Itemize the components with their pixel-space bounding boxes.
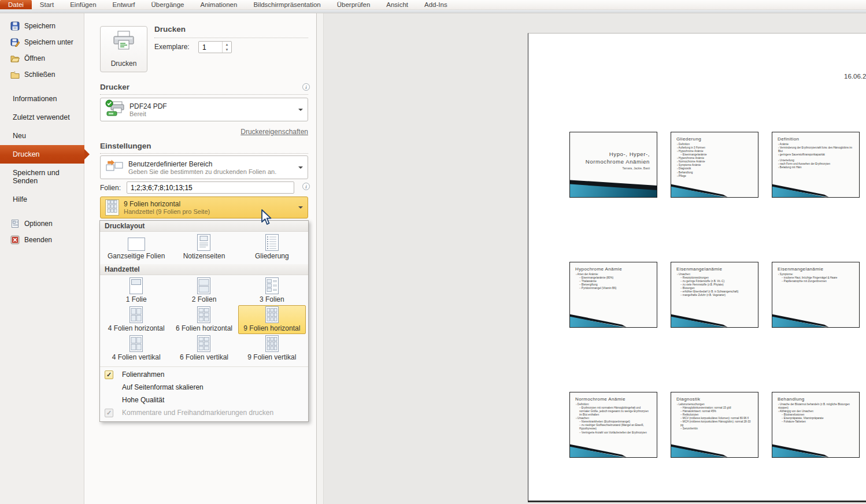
g6-layout-icon — [197, 335, 210, 352]
tab-bildschirmpr-sentation[interactable]: Bildschirmpräsentation — [245, 0, 328, 9]
slide-title: Definition — [778, 136, 854, 142]
sidebar-item-speichern[interactable]: Speichern — [0, 18, 84, 34]
layout-option-notizenseiten[interactable]: Notizenseiten — [170, 233, 238, 262]
print-layout-select[interactable]: 9 Folien horizontal Handzettel (9 Folien… — [100, 197, 308, 218]
layout-option-1-folie[interactable]: 1 Folie — [102, 276, 170, 305]
layout-option-ganzseitige-folien[interactable]: Ganzseitige Folien — [102, 233, 170, 262]
sidebar-item-informationen[interactable]: Informationen — [0, 90, 84, 108]
chevron-down-icon — [298, 109, 303, 111]
copies-spin-buttons[interactable]: ▲ ▼ — [222, 42, 231, 53]
layout-option-4-folien-vertikal[interactable]: 4 Folien vertikal — [102, 334, 170, 363]
bullet-item: Pflege — [677, 175, 753, 178]
sidebar-item-neu[interactable]: Neu — [0, 127, 84, 145]
sidebar-item-label: Schließen — [24, 71, 55, 79]
sidebar-item-zuletzt-verwendet[interactable]: Zuletzt verwendet — [0, 108, 84, 127]
slide-thumbnail-6[interactable]: EisenmangelanämieSymptome:trockene Haut,… — [772, 262, 860, 328]
bullet-item: Ursache der Blutarmut behandeln (z.B. mö… — [778, 403, 854, 410]
slide-thumbnail-1[interactable]: Hypo-, Hyper-, Normochrome AnämienTamara… — [569, 132, 657, 198]
slide-theme-swoosh — [772, 442, 859, 457]
print-layout-dropdown: DrucklayoutGanzseitige FolienNotizenseit… — [99, 220, 309, 422]
bullet-item: MCH (mittleres korpuskuläres Hämoglobin)… — [680, 420, 753, 427]
layout-option-3-folien[interactable]: 3 Folien — [238, 276, 306, 305]
slide-thumbnail-3[interactable]: DefinitionAnämieVerminderung der Erythro… — [772, 132, 860, 198]
slide-thumbnail-9[interactable]: BehandlungUrsache der Blutarmut behandel… — [772, 392, 860, 458]
print-range-select[interactable]: Benutzerdefinierter Bereich Geben Sie di… — [100, 155, 308, 179]
slide-thumbnail-7[interactable]: Normochrome AnämieDefinition:Erythrozyte… — [569, 392, 657, 458]
sidebar-item-schlie-en[interactable]: Schließen — [0, 66, 84, 83]
ribbon-strip — [0, 10, 866, 13]
sidebar-item-speichern-unter[interactable]: Speichern unter — [0, 34, 84, 50]
bullet-item: Erythrozyten mit normalem Hämoglobingeha… — [579, 406, 652, 417]
slide-bullets: LaboruntersuchungenHämoglobinkonzentrati… — [676, 403, 753, 431]
slide-bullets: Symptome:trockene Haut, brüchige Fingern… — [778, 273, 854, 283]
layout-option-9-folien-vertikal[interactable]: 9 Folien vertikal — [238, 334, 306, 363]
save-as-icon — [10, 38, 20, 47]
copies-stepper[interactable]: ▲ ▼ — [198, 41, 232, 53]
slide-theme-swoosh — [671, 442, 758, 457]
tab-add-ins[interactable]: Add-Ins — [416, 0, 456, 9]
slide-title: Gliederung — [676, 136, 753, 142]
tab-entwurf[interactable]: Entwurf — [105, 0, 143, 9]
tab-ansicht[interactable]: Ansicht — [378, 0, 416, 9]
slide-title: Behandlung — [778, 396, 854, 402]
print-button[interactable]: Drucken — [100, 26, 147, 72]
printer-properties-link[interactable]: Druckereigenschaften — [100, 128, 308, 136]
sidebar-item-speichern-und-senden[interactable]: Speichern und Senden — [0, 164, 84, 190]
copies-input[interactable] — [199, 42, 222, 53]
layout-option-label: 2 Folien — [192, 295, 217, 303]
checkmark-icon: ✓ — [105, 409, 113, 417]
spin-down-icon[interactable]: ▼ — [223, 47, 231, 53]
preview-page: 16.06.2 Hypo-, Hyper-, Normochrome Anämi… — [528, 33, 866, 502]
tab-animationen[interactable]: Animationen — [192, 0, 245, 9]
option-folienrahmen[interactable]: ✓Folienrahmen — [100, 368, 308, 381]
layout-option-2-folien[interactable]: 2 Folien — [170, 276, 238, 305]
option-hohe-qualit-t[interactable]: Hohe Qualität — [100, 394, 308, 406]
g2-layout-icon — [197, 277, 210, 294]
slides-range-info-icon[interactable]: i — [302, 183, 310, 190]
tab-einf-gen[interactable]: Einfügen — [62, 0, 104, 9]
slides-range-input[interactable] — [127, 181, 294, 194]
spin-up-icon[interactable]: ▲ — [223, 42, 231, 47]
sidebar-item-hilfe[interactable]: Hilfe — [0, 190, 84, 209]
slide-thumbnail-2[interactable]: GliederungDefinitionAufteilung in 3 Form… — [671, 132, 758, 198]
chevron-down-icon — [298, 166, 303, 169]
bullet-item: zu niedriger Stoffwechselzustand (Mangel… — [579, 424, 652, 431]
slide-thumbnail-8[interactable]: DiagnostikLaboruntersuchungenHämoglobink… — [671, 392, 758, 458]
slide-theme-swoosh — [570, 174, 657, 197]
print-section-title: Drucken — [154, 25, 186, 34]
sidebar-item-ffnen[interactable]: Öffnen — [0, 50, 84, 66]
layout-option-label: Notizenseiten — [183, 252, 225, 260]
option-kommentare-und-freihandmarkierungen-drucken: ✓Kommentare und Freihandmarkierungen dru… — [100, 406, 308, 419]
slide-bullets: AnämieVerminderung der Erythrozytenzahl … — [778, 143, 854, 169]
sidebar-item-optionen[interactable]: Optionen — [0, 216, 84, 232]
printer-info-icon[interactable]: i — [302, 83, 310, 91]
dropdown-section-title-handzettel: Handzettel — [100, 264, 308, 275]
range-subtitle: Geben Sie die bestimmten zu druckenden F… — [128, 168, 294, 175]
bullet-item: Pyridoxinmangel (Vitamin B6) — [579, 287, 652, 290]
divider — [100, 366, 308, 367]
slide-bullets: Ursache der Blutarmut behandeln (z.B. mö… — [778, 403, 854, 424]
sidebar-item-drucken[interactable]: Drucken — [0, 145, 84, 164]
layout-option-label: 6 Folien vertikal — [180, 353, 228, 361]
option-auf-seitenformat-skalieren[interactable]: Auf Seitenformat skalieren — [100, 381, 308, 394]
layout-option-gliederung[interactable]: Gliederung — [238, 233, 306, 262]
pdf24-printer-icon — [105, 99, 125, 120]
layout-option-label: Gliederung — [255, 252, 289, 260]
layout-option-4-folien-horizontal[interactable]: 4 Folien horizontal — [102, 305, 170, 334]
layout-option-6-folien-horizontal[interactable]: 6 Folien horizontal — [170, 305, 238, 334]
range-title: Benutzerdefinierter Bereich — [128, 160, 294, 168]
printer-select[interactable]: PDF24 PDF Bereit — [100, 98, 308, 121]
layout-option-9-folien-horizontal[interactable]: 9 Folien horizontal — [238, 305, 306, 334]
sidebar-item-label: Optionen — [24, 220, 53, 228]
tab-berg-nge[interactable]: Übergänge — [143, 0, 193, 9]
save-icon — [10, 21, 20, 31]
tab-datei[interactable]: Datei — [0, 0, 32, 9]
sidebar-item-beenden[interactable]: Beenden — [0, 232, 84, 248]
dropdown-section-grid: Ganzseitige FolienNotizenseitenGliederun… — [100, 232, 308, 264]
option-label: Folienrahmen — [122, 370, 164, 379]
tab-start[interactable]: Start — [32, 0, 62, 9]
slide-thumbnail-4[interactable]: Hypochrome AnämieArten der Anämie:Eisenm… — [569, 262, 657, 328]
layout-option-6-folien-vertikal[interactable]: 6 Folien vertikal — [170, 334, 238, 363]
tab-berpr-fen[interactable]: Überprüfen — [329, 0, 379, 9]
slide-thumbnail-5[interactable]: EisenmangelanämieUrsachen:Resorptionsstö… — [671, 262, 758, 328]
